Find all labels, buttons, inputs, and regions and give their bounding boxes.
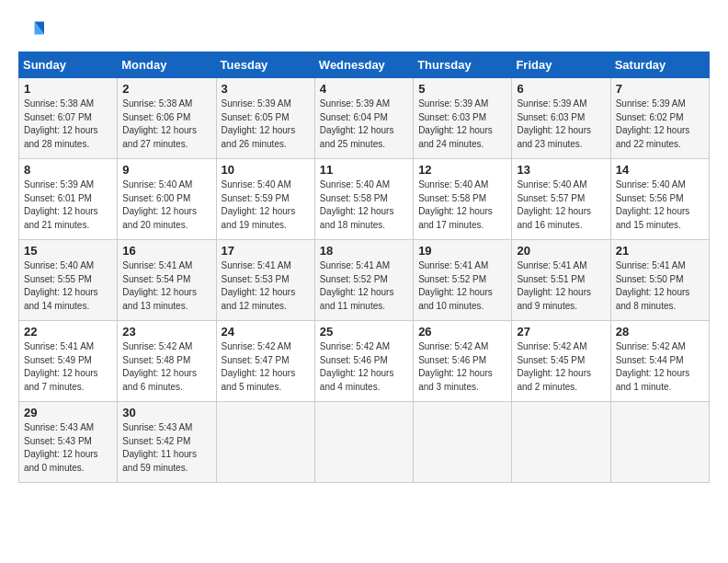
table-row: 24Sunrise: 5:42 AM Sunset: 5:47 PM Dayli…: [216, 321, 314, 402]
day-number: 17: [222, 244, 310, 258]
day-number: 11: [320, 163, 408, 177]
day-number: 6: [517, 82, 605, 96]
day-number: 15: [24, 244, 112, 258]
table-row: 13Sunrise: 5:40 AM Sunset: 5:57 PM Dayli…: [512, 159, 610, 240]
day-number: 12: [418, 163, 506, 177]
cell-content: Sunrise: 5:41 AM Sunset: 5:54 PM Dayligh…: [122, 259, 210, 313]
cell-content: Sunrise: 5:41 AM Sunset: 5:51 PM Dayligh…: [517, 259, 605, 313]
table-row: 17Sunrise: 5:41 AM Sunset: 5:53 PM Dayli…: [216, 240, 314, 321]
cell-content: Sunrise: 5:39 AM Sunset: 6:01 PM Dayligh…: [24, 178, 112, 232]
cell-content: Sunrise: 5:42 AM Sunset: 5:48 PM Dayligh…: [122, 340, 210, 394]
cell-content: Sunrise: 5:42 AM Sunset: 5:44 PM Dayligh…: [616, 340, 704, 394]
day-number: 25: [320, 325, 408, 339]
table-row: 6Sunrise: 5:39 AM Sunset: 6:03 PM Daylig…: [512, 78, 610, 159]
table-row: 10Sunrise: 5:40 AM Sunset: 5:59 PM Dayli…: [216, 159, 314, 240]
col-monday: Monday: [118, 52, 216, 78]
day-number: 27: [517, 325, 605, 339]
calendar-table: Sunday Monday Tuesday Wednesday Thursday…: [18, 52, 710, 483]
day-number: 24: [222, 325, 310, 339]
cell-content: Sunrise: 5:38 AM Sunset: 6:06 PM Dayligh…: [122, 98, 210, 151]
table-row: 9Sunrise: 5:40 AM Sunset: 6:00 PM Daylig…: [118, 159, 216, 240]
day-number: 10: [222, 163, 310, 177]
day-number: 9: [122, 163, 210, 177]
cell-content: Sunrise: 5:42 AM Sunset: 5:45 PM Dayligh…: [517, 340, 605, 394]
table-row: 12Sunrise: 5:40 AM Sunset: 5:58 PM Dayli…: [414, 159, 512, 240]
cell-content: Sunrise: 5:41 AM Sunset: 5:52 PM Dayligh…: [418, 259, 506, 313]
day-number: 30: [122, 406, 210, 419]
page-header: [18, 18, 710, 44]
col-thursday: Thursday: [414, 52, 512, 78]
day-number: 8: [24, 163, 112, 177]
table-row: 26Sunrise: 5:42 AM Sunset: 5:46 PM Dayli…: [414, 321, 512, 402]
cell-content: Sunrise: 5:40 AM Sunset: 5:59 PM Dayligh…: [222, 178, 310, 232]
cell-content: Sunrise: 5:43 AM Sunset: 5:42 PM Dayligh…: [122, 421, 210, 475]
day-number: 29: [24, 406, 112, 419]
table-row: 23Sunrise: 5:42 AM Sunset: 5:48 PM Dayli…: [118, 321, 216, 402]
table-row: 11Sunrise: 5:40 AM Sunset: 5:58 PM Dayli…: [314, 159, 413, 240]
col-wednesday: Wednesday: [314, 52, 413, 78]
calendar-week-row: 1Sunrise: 5:38 AM Sunset: 6:07 PM Daylig…: [19, 78, 710, 159]
day-number: 3: [222, 82, 310, 96]
day-number: 23: [122, 325, 210, 339]
logo: [18, 18, 48, 44]
table-row: 20Sunrise: 5:41 AM Sunset: 5:51 PM Dayli…: [512, 240, 610, 321]
calendar-week-row: 8Sunrise: 5:39 AM Sunset: 6:01 PM Daylig…: [19, 159, 710, 240]
table-row: 28Sunrise: 5:42 AM Sunset: 5:44 PM Dayli…: [610, 321, 709, 402]
table-row: 22Sunrise: 5:41 AM Sunset: 5:49 PM Dayli…: [19, 321, 118, 402]
table-row: 21Sunrise: 5:41 AM Sunset: 5:50 PM Dayli…: [610, 240, 709, 321]
table-row: 15Sunrise: 5:40 AM Sunset: 5:55 PM Dayli…: [19, 240, 118, 321]
cell-content: Sunrise: 5:39 AM Sunset: 6:03 PM Dayligh…: [418, 98, 506, 151]
day-number: 2: [122, 82, 210, 96]
table-row: 16Sunrise: 5:41 AM Sunset: 5:54 PM Dayli…: [118, 240, 216, 321]
table-row: 1Sunrise: 5:38 AM Sunset: 6:07 PM Daylig…: [19, 78, 118, 159]
table-row: 18Sunrise: 5:41 AM Sunset: 5:52 PM Dayli…: [314, 240, 413, 321]
cell-content: Sunrise: 5:38 AM Sunset: 6:07 PM Dayligh…: [24, 98, 112, 151]
col-friday: Friday: [512, 52, 610, 78]
table-row: 29Sunrise: 5:43 AM Sunset: 5:43 PM Dayli…: [19, 402, 118, 483]
table-row: [414, 402, 512, 483]
day-number: 7: [616, 82, 704, 96]
day-number: 1: [24, 82, 112, 96]
day-number: 5: [418, 82, 506, 96]
day-number: 26: [418, 325, 506, 339]
day-number: 20: [517, 244, 605, 258]
day-number: 4: [320, 82, 408, 96]
day-number: 28: [616, 325, 704, 339]
col-saturday: Saturday: [610, 52, 709, 78]
cell-content: Sunrise: 5:41 AM Sunset: 5:53 PM Dayligh…: [222, 259, 310, 313]
table-row: 19Sunrise: 5:41 AM Sunset: 5:52 PM Dayli…: [414, 240, 512, 321]
cell-content: Sunrise: 5:41 AM Sunset: 5:52 PM Dayligh…: [320, 259, 408, 313]
cell-content: Sunrise: 5:41 AM Sunset: 5:50 PM Dayligh…: [616, 259, 704, 313]
cell-content: Sunrise: 5:43 AM Sunset: 5:43 PM Dayligh…: [24, 421, 112, 475]
calendar-week-row: 22Sunrise: 5:41 AM Sunset: 5:49 PM Dayli…: [19, 321, 710, 402]
cell-content: Sunrise: 5:40 AM Sunset: 5:57 PM Dayligh…: [517, 178, 605, 232]
table-row: [314, 402, 413, 483]
calendar-week-row: 29Sunrise: 5:43 AM Sunset: 5:43 PM Dayli…: [19, 402, 710, 483]
cell-content: Sunrise: 5:42 AM Sunset: 5:46 PM Dayligh…: [320, 340, 408, 394]
cell-content: Sunrise: 5:42 AM Sunset: 5:46 PM Dayligh…: [418, 340, 506, 394]
col-tuesday: Tuesday: [216, 52, 314, 78]
calendar-header-row: Sunday Monday Tuesday Wednesday Thursday…: [19, 52, 710, 78]
table-row: 14Sunrise: 5:40 AM Sunset: 5:56 PM Dayli…: [610, 159, 709, 240]
cell-content: Sunrise: 5:39 AM Sunset: 6:05 PM Dayligh…: [222, 98, 310, 151]
cell-content: Sunrise: 5:39 AM Sunset: 6:04 PM Dayligh…: [320, 98, 408, 151]
table-row: 5Sunrise: 5:39 AM Sunset: 6:03 PM Daylig…: [414, 78, 512, 159]
cell-content: Sunrise: 5:40 AM Sunset: 6:00 PM Dayligh…: [122, 178, 210, 232]
table-row: [216, 402, 314, 483]
table-row: 25Sunrise: 5:42 AM Sunset: 5:46 PM Dayli…: [314, 321, 413, 402]
cell-content: Sunrise: 5:41 AM Sunset: 5:49 PM Dayligh…: [24, 340, 112, 394]
cell-content: Sunrise: 5:40 AM Sunset: 5:58 PM Dayligh…: [320, 178, 408, 232]
table-row: 7Sunrise: 5:39 AM Sunset: 6:02 PM Daylig…: [610, 78, 709, 159]
day-number: 14: [616, 163, 704, 177]
cell-content: Sunrise: 5:39 AM Sunset: 6:02 PM Dayligh…: [616, 98, 704, 151]
calendar-week-row: 15Sunrise: 5:40 AM Sunset: 5:55 PM Dayli…: [19, 240, 710, 321]
day-number: 22: [24, 325, 112, 339]
cell-content: Sunrise: 5:42 AM Sunset: 5:47 PM Dayligh…: [222, 340, 310, 394]
table-row: 3Sunrise: 5:39 AM Sunset: 6:05 PM Daylig…: [216, 78, 314, 159]
table-row: 27Sunrise: 5:42 AM Sunset: 5:45 PM Dayli…: [512, 321, 610, 402]
table-row: 4Sunrise: 5:39 AM Sunset: 6:04 PM Daylig…: [314, 78, 413, 159]
table-row: 8Sunrise: 5:39 AM Sunset: 6:01 PM Daylig…: [19, 159, 118, 240]
day-number: 16: [122, 244, 210, 258]
col-sunday: Sunday: [19, 52, 118, 78]
table-row: 2Sunrise: 5:38 AM Sunset: 6:06 PM Daylig…: [118, 78, 216, 159]
